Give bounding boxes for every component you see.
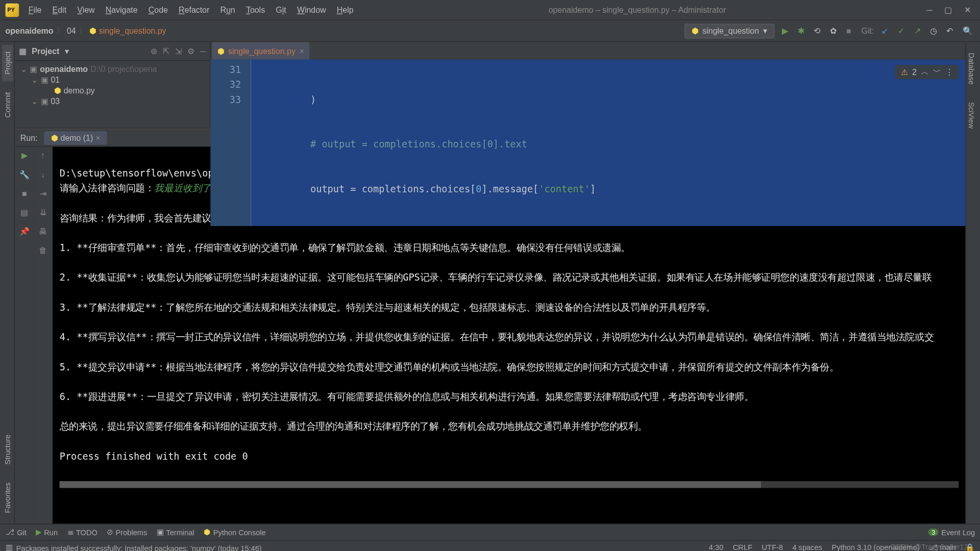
menu-view[interactable]: View: [73, 3, 99, 17]
editor-tab[interactable]: ⬢ single_question.py ×: [212, 42, 310, 59]
search-icon[interactable]: 🔍: [961, 26, 975, 36]
caret-position[interactable]: 4:30: [709, 543, 723, 551]
profile-icon[interactable]: ✿: [828, 26, 839, 36]
play-icon: ▶: [36, 528, 41, 537]
pin-icon[interactable]: 📌: [19, 227, 30, 236]
gear-icon[interactable]: ⚙: [187, 46, 195, 56]
editor: ⬢ single_question.py × 31 32 33 ): [211, 42, 966, 128]
bottom-git[interactable]: ⎇Git: [6, 528, 27, 537]
inspections-widget[interactable]: ⚠ 2 ︿ ﹀ ⋮: [895, 65, 959, 79]
menu-file[interactable]: File: [24, 3, 46, 17]
menu-run[interactable]: Run: [216, 3, 239, 17]
menu-window[interactable]: Window: [293, 3, 330, 17]
softwrap-icon[interactable]: ⇥: [40, 189, 46, 198]
run-label: Run:: [20, 133, 38, 143]
encoding[interactable]: UTF-8: [762, 543, 783, 551]
indent[interactable]: 4 spaces: [792, 543, 822, 551]
more-icon[interactable]: ⋮: [945, 67, 953, 77]
run-config-selector[interactable]: ⬢ single_question ▾: [684, 23, 775, 38]
menu-refactor[interactable]: Refactor: [175, 3, 213, 17]
breadcrumb-root[interactable]: openaidemo: [6, 26, 54, 36]
nav-bar: openaidemo 〉 04 〉 ⬢ single_question.py ⬢…: [0, 20, 980, 42]
bottom-problems[interactable]: ⊘Problems: [107, 528, 147, 537]
tree-folder[interactable]: ⌄▣03: [15, 96, 210, 107]
coverage-icon[interactable]: ⟲: [812, 26, 822, 36]
editor-body[interactable]: 31 32 33 ) # output = completions.choice…: [211, 60, 966, 226]
wrench-icon[interactable]: 🔧: [19, 170, 30, 180]
code-area[interactable]: ) # output = completions.choices[0].text…: [251, 60, 965, 226]
sidebar-tab-commit[interactable]: Commit: [2, 85, 12, 124]
expand-icon[interactable]: ⇱: [163, 46, 169, 56]
chevron-down-icon[interactable]: ⌄: [31, 75, 38, 85]
down-icon[interactable]: ↓: [41, 170, 45, 180]
menu-git[interactable]: Git: [272, 3, 290, 17]
menu-tools[interactable]: Tools: [242, 3, 269, 17]
bottom-run[interactable]: ▶Run: [36, 528, 58, 537]
line-number: 33: [211, 92, 241, 107]
breadcrumb-dir[interactable]: 04: [67, 26, 76, 36]
git-push-icon[interactable]: ↗: [912, 26, 923, 36]
tree-label: demo.py: [64, 86, 95, 95]
collapse-icon[interactable]: ⇲: [175, 46, 182, 56]
rollback-icon[interactable]: ↶: [944, 26, 955, 36]
code-text: [265, 139, 310, 149]
tree-file[interactable]: ⬢demo.py: [15, 85, 210, 96]
pycharm-icon: [6, 3, 19, 17]
locate-icon[interactable]: ⊚: [151, 46, 157, 56]
menu-code[interactable]: Code: [144, 3, 172, 17]
event-log-button[interactable]: 3Event Log: [928, 528, 975, 536]
sidebar-tab-structure[interactable]: Structure: [2, 428, 12, 471]
up-icon[interactable]: ↑: [41, 151, 45, 161]
rerun-icon[interactable]: ▶: [21, 151, 28, 161]
debug-icon[interactable]: ✱: [796, 26, 806, 36]
line-number: 32: [211, 77, 241, 92]
menu-navigate[interactable]: Navigate: [102, 3, 142, 17]
title-bar: File Edit View Navigate Code Refactor Ru…: [0, 0, 980, 20]
menu-edit[interactable]: Edit: [48, 3, 70, 17]
tree-root[interactable]: ⌄ ▣ openaidemo D:\0 project\opena: [15, 64, 210, 74]
git-commit-icon[interactable]: ✓: [896, 26, 906, 36]
python-icon: ⬢: [204, 528, 210, 537]
line-separator[interactable]: CRLF: [733, 543, 752, 551]
sidebar-tab-database[interactable]: Database: [966, 46, 977, 91]
layout-icon[interactable]: ▤: [20, 208, 28, 217]
project-tree[interactable]: ⌄ ▣ openaidemo D:\0 project\opena ⌄▣01 ⬢…: [15, 61, 210, 110]
folder-icon: ▣: [41, 75, 48, 85]
close-icon[interactable]: ✕: [964, 5, 971, 15]
toolwindow-icon[interactable]: ▥: [6, 543, 12, 551]
stop-icon[interactable]: ■: [844, 26, 853, 36]
history-icon[interactable]: ◷: [928, 26, 939, 36]
event-count-badge: 3: [928, 529, 939, 536]
bottom-terminal[interactable]: ▣Terminal: [157, 528, 194, 537]
run-tab[interactable]: ⬢ demo (1) ×: [44, 131, 107, 145]
python-file-icon: ⬢: [217, 46, 224, 56]
run-icon[interactable]: ▶: [780, 26, 790, 36]
tree-folder[interactable]: ⌄▣01: [15, 74, 210, 85]
prev-highlight-icon[interactable]: ︿: [921, 66, 929, 78]
sidebar-tab-project[interactable]: Project: [2, 45, 12, 82]
next-highlight-icon[interactable]: ﹀: [933, 66, 941, 78]
close-tab-icon[interactable]: ×: [96, 133, 101, 143]
sidebar-tab-favorites[interactable]: Favorites: [2, 475, 12, 520]
bottom-todo[interactable]: ≣TODO: [67, 528, 97, 537]
window-title: openaidemo – single_question.py – Admini…: [357, 5, 917, 15]
bottom-pyconsole[interactable]: ⬢Python Console: [204, 528, 266, 537]
scroll-icon[interactable]: ⇊: [40, 208, 46, 217]
sidebar-tab-sciview[interactable]: SciView: [966, 95, 977, 135]
chevron-down-icon[interactable]: ⌄: [20, 64, 27, 74]
close-tab-icon[interactable]: ×: [300, 46, 304, 56]
breadcrumb-file[interactable]: single_question.py: [99, 26, 166, 36]
console-line: 3. **了解法律规定**：了解您所在地的交通法规和相关法律规定。特别关注与超速…: [60, 302, 716, 313]
maximize-icon[interactable]: ▢: [944, 5, 952, 15]
chevron-down-icon[interactable]: ⌄: [31, 97, 38, 107]
horizontal-scrollbar[interactable]: [60, 481, 959, 488]
trash-icon[interactable]: 🗑: [39, 245, 47, 255]
menu-help[interactable]: Help: [333, 3, 358, 17]
chevron-down-icon[interactable]: ▾: [65, 46, 69, 56]
minimize-icon[interactable]: ─: [926, 5, 932, 15]
git-pull-icon[interactable]: ↙: [879, 26, 890, 36]
hide-icon[interactable]: ─: [200, 46, 206, 56]
python-icon: ⬢: [51, 133, 58, 143]
stop-icon[interactable]: ■: [22, 189, 27, 198]
print-icon[interactable]: 🖶: [39, 227, 47, 236]
